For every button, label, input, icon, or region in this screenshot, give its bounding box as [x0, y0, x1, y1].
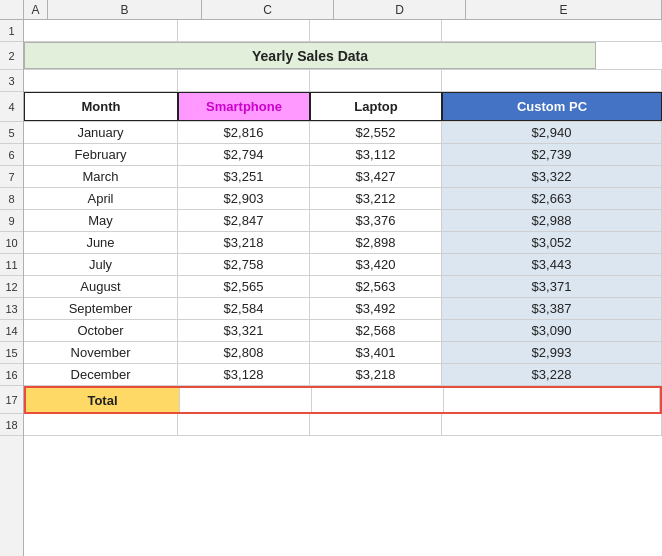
cell-month-2[interactable]: March [24, 166, 178, 187]
row-10: June $3,218 $2,898 $3,052 [24, 232, 662, 254]
main-area: 1 2 3 4 5 6 7 8 9 10 11 12 13 14 15 16 1… [0, 20, 662, 556]
cell-d1[interactable] [310, 20, 442, 41]
cell-custompc-6[interactable]: $3,443 [442, 254, 662, 275]
cell-laptop-4[interactable]: $3,376 [310, 210, 442, 231]
header-smartphone[interactable]: Smartphone [178, 92, 310, 121]
cell-laptop-1[interactable]: $3,112 [310, 144, 442, 165]
cell-d18[interactable] [310, 414, 442, 435]
cell-laptop-7[interactable]: $2,563 [310, 276, 442, 297]
row-num-4[interactable]: 4 [0, 92, 23, 122]
cell-laptop-5[interactable]: $2,898 [310, 232, 442, 253]
cell-smartphone-9[interactable]: $3,321 [178, 320, 310, 341]
cell-smartphone-10[interactable]: $2,808 [178, 342, 310, 363]
cell-smartphone-11[interactable]: $3,128 [178, 364, 310, 385]
row-num-8[interactable]: 8 [0, 188, 23, 210]
row-num-12[interactable]: 12 [0, 276, 23, 298]
cell-laptop-8[interactable]: $3,492 [310, 298, 442, 319]
cell-custompc-1[interactable]: $2,739 [442, 144, 662, 165]
cell-custompc-0[interactable]: $2,940 [442, 122, 662, 143]
row-num-2[interactable]: 2 [0, 42, 23, 70]
cell-c18[interactable] [178, 414, 310, 435]
cell-month-3[interactable]: April [24, 188, 178, 209]
cell-laptop-10[interactable]: $3,401 [310, 342, 442, 363]
cell-laptop-11[interactable]: $3,218 [310, 364, 442, 385]
cell-d3[interactable] [310, 70, 442, 91]
title-cell[interactable]: Yearly Sales Data [24, 42, 596, 69]
col-header-b[interactable]: B [48, 0, 202, 19]
row-num-14[interactable]: 14 [0, 320, 23, 342]
header-month[interactable]: Month [24, 92, 178, 121]
cell-smartphone-2[interactable]: $3,251 [178, 166, 310, 187]
cell-b1[interactable] [24, 20, 178, 41]
cell-custompc-9[interactable]: $3,090 [442, 320, 662, 341]
cell-smartphone-6[interactable]: $2,758 [178, 254, 310, 275]
cell-laptop-3[interactable]: $3,212 [310, 188, 442, 209]
row-num-3[interactable]: 3 [0, 70, 23, 92]
cell-custompc-11[interactable]: $3,228 [442, 364, 662, 385]
column-headers: A B C D E [0, 0, 662, 20]
total-smartphone-cell[interactable] [180, 388, 312, 412]
cell-custompc-4[interactable]: $2,988 [442, 210, 662, 231]
row-num-1[interactable]: 1 [0, 20, 23, 42]
cell-month-9[interactable]: October [24, 320, 178, 341]
total-custompc-cell[interactable] [444, 388, 660, 412]
header-custompc[interactable]: Custom PC [442, 92, 662, 121]
cell-smartphone-5[interactable]: $3,218 [178, 232, 310, 253]
row-num-7[interactable]: 7 [0, 166, 23, 188]
row-18 [24, 414, 662, 436]
cell-month-7[interactable]: August [24, 276, 178, 297]
row-num-16[interactable]: 16 [0, 364, 23, 386]
header-laptop[interactable]: Laptop [310, 92, 442, 121]
cell-custompc-7[interactable]: $3,371 [442, 276, 662, 297]
cell-month-6[interactable]: July [24, 254, 178, 275]
row-num-6[interactable]: 6 [0, 144, 23, 166]
cell-laptop-2[interactable]: $3,427 [310, 166, 442, 187]
cell-month-5[interactable]: June [24, 232, 178, 253]
grid: Yearly Sales Data Month Smartphone L [24, 20, 662, 556]
cell-month-1[interactable]: February [24, 144, 178, 165]
cell-month-10[interactable]: November [24, 342, 178, 363]
col-header-d[interactable]: D [334, 0, 466, 19]
col-header-a[interactable]: A [24, 0, 48, 19]
cell-month-0[interactable]: January [24, 122, 178, 143]
cell-b18[interactable] [24, 414, 178, 435]
cell-smartphone-4[interactable]: $2,847 [178, 210, 310, 231]
row-num-17[interactable]: 17 [0, 386, 23, 414]
total-label-cell[interactable]: Total [26, 388, 180, 412]
cell-e1[interactable] [442, 20, 662, 41]
row-num-9[interactable]: 9 [0, 210, 23, 232]
cell-laptop-0[interactable]: $2,552 [310, 122, 442, 143]
col-header-c[interactable]: C [202, 0, 334, 19]
cell-e3[interactable] [442, 70, 662, 91]
cell-month-11[interactable]: December [24, 364, 178, 385]
cell-month-4[interactable]: May [24, 210, 178, 231]
row-4-headers: Month Smartphone Laptop Custom PC [24, 92, 662, 122]
row-num-11[interactable]: 11 [0, 254, 23, 276]
cell-c1[interactable] [178, 20, 310, 41]
cell-custompc-3[interactable]: $2,663 [442, 188, 662, 209]
cell-smartphone-7[interactable]: $2,565 [178, 276, 310, 297]
row-num-10[interactable]: 10 [0, 232, 23, 254]
row-num-15[interactable]: 15 [0, 342, 23, 364]
cell-custompc-2[interactable]: $3,322 [442, 166, 662, 187]
row-num-18[interactable]: 18 [0, 414, 23, 436]
cell-custompc-5[interactable]: $3,052 [442, 232, 662, 253]
total-laptop-cell[interactable] [312, 388, 444, 412]
cell-custompc-8[interactable]: $3,387 [442, 298, 662, 319]
col-header-e[interactable]: E [466, 0, 662, 19]
cell-c3[interactable] [178, 70, 310, 91]
cell-laptop-6[interactable]: $3,420 [310, 254, 442, 275]
cell-smartphone-3[interactable]: $2,903 [178, 188, 310, 209]
cell-month-8[interactable]: September [24, 298, 178, 319]
cell-smartphone-0[interactable]: $2,816 [178, 122, 310, 143]
cell-b3[interactable] [24, 70, 178, 91]
cell-custompc-10[interactable]: $2,993 [442, 342, 662, 363]
row-12: August $2,565 $2,563 $3,371 [24, 276, 662, 298]
row-15: November $2,808 $3,401 $2,993 [24, 342, 662, 364]
cell-smartphone-1[interactable]: $2,794 [178, 144, 310, 165]
cell-laptop-9[interactable]: $2,568 [310, 320, 442, 341]
row-num-5[interactable]: 5 [0, 122, 23, 144]
row-num-13[interactable]: 13 [0, 298, 23, 320]
cell-e18[interactable] [442, 414, 662, 435]
cell-smartphone-8[interactable]: $2,584 [178, 298, 310, 319]
